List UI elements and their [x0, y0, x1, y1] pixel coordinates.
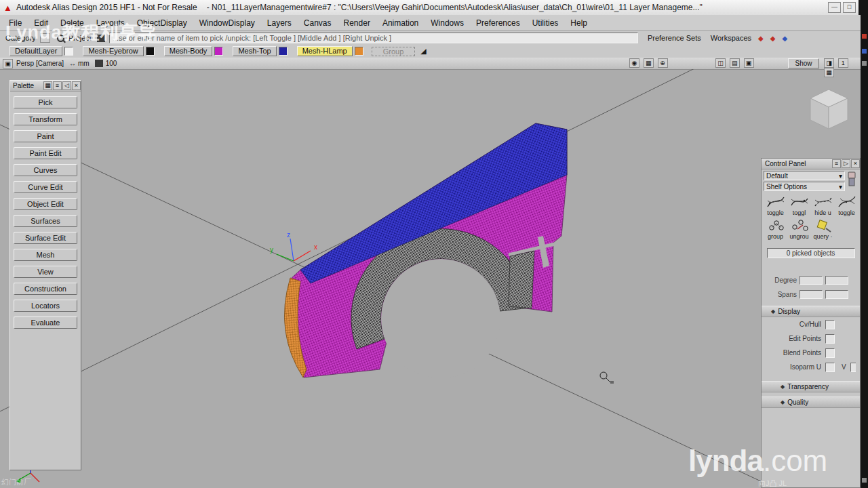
shade-icon[interactable]: ◨	[824, 58, 834, 68]
isoparm-v-checkbox[interactable]	[850, 363, 856, 372]
layout-rows-icon[interactable]: ▤	[730, 58, 740, 68]
layer-group-ghost[interactable]: Group	[372, 47, 416, 56]
viewport-view-label[interactable]: Persp [Camera]	[16, 60, 64, 67]
layer-mesh-eyebrow[interactable]: Mesh-Eyebrow	[83, 46, 143, 56]
shelf-button-toggle-3[interactable]: toggle	[835, 195, 859, 216]
menu-help[interactable]: Help	[564, 18, 593, 28]
menu-windowdisplay[interactable]: WindowDisplay	[193, 18, 261, 28]
menu-file[interactable]: File	[3, 18, 28, 28]
shelf-button-toggle-2[interactable]: toggl	[787, 195, 811, 216]
strip-icon-bottom[interactable]	[862, 478, 867, 483]
palette-tab-surface-edit[interactable]: Surface Edit	[14, 232, 77, 244]
palette-collapse-icon[interactable]: ◁	[62, 81, 71, 90]
layer-swatch-default[interactable]	[64, 47, 73, 56]
frame-icon[interactable]: ▣	[744, 58, 754, 68]
cp-expand-icon[interactable]: ▷	[842, 159, 850, 168]
cp-close-icon[interactable]: ×	[851, 159, 860, 168]
shelf-button-ungroup[interactable]: ungrou	[787, 218, 811, 240]
cp-menu-icon[interactable]: ≡	[832, 159, 841, 168]
menu-animation[interactable]: Animation	[376, 18, 425, 28]
edit-points-checkbox[interactable]	[825, 334, 835, 344]
spans-input-2[interactable]	[825, 290, 848, 299]
menu-canvas[interactable]: Canvas	[298, 18, 338, 28]
default-dropdown[interactable]: Default ▾	[764, 171, 845, 180]
palette-tab-paint-edit[interactable]: Paint Edit	[14, 147, 77, 159]
palette-tab-pick[interactable]: Pick	[14, 96, 77, 108]
layer-mesh-hlamp[interactable]: Mesh-HLamp	[297, 46, 353, 56]
strip-icon-gray[interactable]	[862, 61, 867, 66]
menu-layers[interactable]: Layers	[261, 18, 298, 28]
workspaces-button[interactable]: Workspaces	[711, 34, 751, 42]
magnify-icon[interactable]: ⊕	[658, 58, 668, 68]
palette-tab-transform[interactable]: Transform	[14, 113, 77, 125]
layer-swatch-eyebrow[interactable]	[146, 47, 155, 56]
fender-mesh[interactable]	[284, 123, 567, 378]
menu-edit[interactable]: Edit	[28, 18, 54, 28]
prompt-flag-icon-3[interactable]: ◆	[783, 35, 788, 42]
prompt-flag-icon-2[interactable]: ◆	[770, 35, 776, 42]
strip-icon-red[interactable]	[862, 34, 867, 39]
spans-input-1[interactable]	[800, 290, 823, 299]
category-dropdown-box[interactable]	[40, 33, 50, 43]
cvhull-checkbox[interactable]	[825, 320, 835, 329]
single-view-icon[interactable]: 1	[838, 58, 848, 68]
degree-input-2[interactable]	[825, 276, 848, 285]
shelf-button-hide-unused[interactable]: hide u	[811, 195, 835, 216]
view-cube[interactable]	[810, 89, 848, 129]
menu-utilities[interactable]: Utilities	[526, 18, 565, 28]
palette-tab-locators[interactable]: Locators	[14, 300, 77, 312]
prompt-input[interactable]: ...se or enter name of item to pick /unp…	[109, 33, 638, 43]
menu-preferences[interactable]: Preferences	[470, 18, 526, 28]
layer-defaultlayer[interactable]: DefaultLayer	[9, 46, 62, 56]
menu-objectdisplay[interactable]: ObjectDisplay	[131, 18, 193, 28]
quality-section-header[interactable]: ◆ Quality	[762, 396, 860, 408]
prompt-flag-icon-1[interactable]: ◆	[758, 35, 764, 42]
grid-toggle-icon[interactable]: ▦	[644, 58, 654, 68]
category-label[interactable]: Category	[5, 34, 36, 42]
viewport-canvas[interactable]: z y x	[0, 69, 861, 488]
palette-tab-surfaces[interactable]: Surfaces	[14, 215, 77, 227]
maximize-button[interactable]: □	[843, 2, 856, 13]
split-pane-icon[interactable]: ◫	[715, 58, 726, 68]
layer-swatch-body[interactable]	[214, 47, 223, 56]
show-button[interactable]: Show	[788, 58, 819, 68]
transparency-section-header[interactable]: ◆ Transparency	[762, 381, 860, 392]
shelf-button-group[interactable]: group	[764, 218, 787, 240]
mesh-rear-black[interactable]	[509, 251, 534, 308]
camera-icon[interactable]: ◉	[629, 58, 639, 68]
perspective-viewport[interactable]: ▣ Persp [Camera] ↔ mm 100 ◉ ▦ ⊕ ◫ ▤ ▣ Sh…	[0, 58, 861, 488]
isoparm-u-checkbox[interactable]	[825, 363, 835, 372]
layer-mesh-top[interactable]: Mesh-Top	[233, 46, 276, 56]
layer-swatch-top[interactable]	[279, 47, 288, 56]
palette-tab-mesh[interactable]: Mesh	[14, 249, 77, 261]
menu-delete[interactable]: Delete	[54, 18, 90, 28]
palette-tab-curves[interactable]: Curves	[14, 164, 77, 176]
shelf-options-dropdown[interactable]: Shelf Options ▾	[764, 182, 845, 191]
layer-flyout-icon[interactable]: ◢	[420, 47, 426, 56]
palette-tab-view[interactable]: View	[14, 266, 77, 278]
palette-list-icon[interactable]: ≡	[53, 81, 62, 90]
shelf-button-toggle-1[interactable]: toggle	[764, 195, 787, 216]
prompt-history-icon[interactable]	[97, 35, 105, 42]
palette-close-icon[interactable]: ×	[72, 81, 81, 90]
shelf-button-query[interactable]: query ·	[811, 218, 835, 240]
palette-tab-evaluate[interactable]: Evaluate	[14, 317, 77, 329]
layer-swatch-hlamp[interactable]	[355, 47, 363, 56]
palette-tab-paint[interactable]: Paint	[14, 130, 77, 142]
project-label[interactable]: Project	[68, 34, 92, 42]
minimize-button[interactable]: —	[828, 2, 841, 13]
menu-render[interactable]: Render	[338, 18, 376, 28]
shelf-stamp-icon[interactable]	[845, 171, 859, 192]
zoom-icon[interactable]	[95, 60, 103, 67]
degree-input-1[interactable]	[800, 276, 823, 285]
layer-mesh-body[interactable]: Mesh-Body	[164, 46, 213, 56]
menu-layouts[interactable]: Layouts	[90, 18, 131, 28]
palette-tab-curve-edit[interactable]: Curve Edit	[14, 181, 77, 193]
preference-sets-button[interactable]: Preference Sets	[648, 34, 701, 42]
strip-icon-blue[interactable]	[862, 49, 867, 54]
blend-points-checkbox[interactable]	[825, 348, 835, 358]
menu-windows[interactable]: Windows	[425, 18, 470, 28]
palette-tab-object-edit[interactable]: Object Edit	[14, 198, 77, 210]
search-icon[interactable]	[57, 35, 64, 42]
viewport-window-icon[interactable]: ▣	[3, 59, 13, 68]
